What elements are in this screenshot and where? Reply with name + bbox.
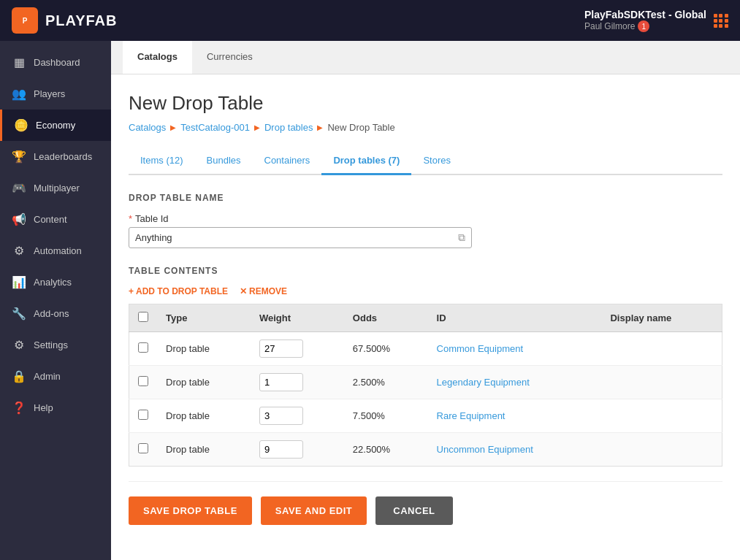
breadcrumb: Catalogs ▶ TestCatalog-001 ▶ Drop tables… [129,122,722,133]
sidebar-item-label: Settings [34,340,68,350]
row-odds: 7.500% [344,399,428,433]
grid-icon[interactable] [714,14,728,28]
weight-input[interactable] [259,373,303,391]
table-row: Drop table 2.500% Legendary Equipment [129,366,722,399]
row-type: Drop table [157,399,251,433]
sidebar-item-players[interactable]: 👥 Players [0,78,111,110]
content-area: New Drop Table Catalogs ▶ TestCatalog-00… [111,74,740,560]
sidebar-item-label: Add-ons [34,308,69,319]
breadcrumb-catalogs[interactable]: Catalogs [129,122,166,133]
row-checkbox[interactable] [138,443,148,453]
row-id[interactable]: Common Equipment [428,332,602,366]
breadcrumb-current: New Drop Table [327,122,394,133]
tab-catalogs[interactable]: Catalogs [123,41,192,74]
tab-drop-tables[interactable]: Drop tables (7) [321,147,411,175]
row-weight[interactable] [251,366,344,399]
table-row: Drop table 7.500% Rare Equipment [129,399,722,433]
sidebar-item-settings[interactable]: ⚙ Settings [0,329,111,361]
row-id[interactable]: Uncommon Equipment [428,433,602,467]
breadcrumb-testcatalog[interactable]: TestCatalog-001 [180,122,250,133]
row-odds: 22.500% [344,433,428,467]
help-icon: ❓ [12,401,26,415]
select-all-checkbox[interactable] [138,312,148,322]
sidebar-item-leaderboards[interactable]: 🏆 Leaderboards [0,141,111,172]
sidebar-item-content[interactable]: 📢 Content [0,204,111,235]
sidebar-item-economy[interactable]: 🪙 Economy [0,110,111,141]
header: P PLAYFAB PlayFabSDKTest - Global Paul G… [0,0,740,41]
save-and-edit-button[interactable]: SAVE AND EDIT [261,496,367,525]
row-id[interactable]: Rare Equipment [428,399,602,433]
sidebar-item-addons[interactable]: 🔧 Add-ons [0,298,111,329]
sidebar-item-label: Players [34,88,65,99]
id-link[interactable]: Legendary Equipment [437,377,530,388]
id-link[interactable]: Uncommon Equipment [437,444,533,455]
table-id-field-group: * Table Id ⧉ [129,213,722,248]
copy-icon[interactable]: ⧉ [458,231,465,244]
add-to-drop-table-link[interactable]: + ADD TO DROP TABLE [129,286,228,296]
sidebar-item-help[interactable]: ❓ Help [0,392,111,423]
logo-text: PLAYFAB [45,12,118,29]
drop-table-contents-table: Type Weight Odds ID Display name Drop ta… [129,304,722,467]
required-star: * [129,213,132,224]
leaderboards-icon: 🏆 [12,150,26,164]
row-checkbox[interactable] [138,342,148,353]
id-link[interactable]: Rare Equipment [437,410,506,421]
row-odds: 67.500% [344,332,428,366]
cancel-button[interactable]: CANCEL [375,496,452,525]
table-id-input[interactable] [135,228,458,248]
user-name: Paul Gilmore 1 [584,20,706,32]
row-weight[interactable] [251,332,344,366]
tab-bundles[interactable]: Bundles [195,147,253,175]
remove-link[interactable]: ✕ REMOVE [240,286,287,296]
sidebar-item-label: Content [34,214,67,225]
id-link[interactable]: Common Equipment [437,343,524,354]
dashboard-icon: ▦ [12,55,26,69]
col-header-type: Type [157,304,251,332]
row-weight[interactable] [251,433,344,467]
automation-icon: ⚙ [12,244,26,258]
addons-icon: 🔧 [12,307,26,321]
tab-items[interactable]: Items (12) [129,147,195,175]
sidebar-item-label: Dashboard [34,57,80,68]
row-display-name [601,332,722,366]
save-drop-table-button[interactable]: SAVE DROP TABLE [129,496,252,525]
sidebar-item-label: Economy [36,120,75,131]
row-checkbox[interactable] [138,376,148,386]
tab-currencies[interactable]: Currencies [192,41,267,74]
footer-buttons: SAVE DROP TABLE SAVE AND EDIT CANCEL [129,481,722,540]
row-id[interactable]: Legendary Equipment [428,366,602,399]
row-display-name [601,433,722,467]
sidebar-item-dashboard[interactable]: ▦ Dashboard [0,47,111,78]
breadcrumb-drop-tables[interactable]: Drop tables [264,122,313,133]
sidebar: ▦ Dashboard 👥 Players 🪙 Economy 🏆 Leader… [0,41,111,560]
breadcrumb-arrow-3: ▶ [317,123,323,131]
row-weight[interactable] [251,399,344,433]
weight-input[interactable] [259,440,303,459]
sidebar-item-automation[interactable]: ⚙ Automation [0,235,111,266]
row-odds: 2.500% [344,366,428,399]
row-checkbox[interactable] [138,410,148,420]
weight-input[interactable] [259,340,303,358]
row-type: Drop table [157,433,251,467]
layout: ▦ Dashboard 👥 Players 🪙 Economy 🏆 Leader… [0,41,740,560]
notification-badge[interactable]: 1 [638,20,649,32]
table-row: Drop table 67.500% Common Equipment [129,332,722,366]
economy-icon: 🪙 [14,118,28,132]
col-header-odds: Odds [344,304,428,332]
tab-stores[interactable]: Stores [411,147,462,175]
sidebar-item-label: Leaderboards [34,151,92,162]
sidebar-item-admin[interactable]: 🔒 Admin [0,361,111,392]
tab-containers[interactable]: Containers [253,147,322,175]
x-icon: ✕ [240,286,247,296]
table-actions: + ADD TO DROP TABLE ✕ REMOVE [129,286,722,296]
table-id-label: * Table Id [129,213,722,224]
weight-input[interactable] [259,407,303,425]
table-row: Drop table 22.500% Uncommon Equipment [129,433,722,467]
sidebar-item-analytics[interactable]: 📊 Analytics [0,266,111,298]
drop-table-name-section-title: DROP TABLE NAME [129,193,722,203]
sidebar-item-multiplayer[interactable]: 🎮 Multiplayer [0,172,111,204]
multiplayer-icon: 🎮 [12,181,26,195]
table-id-input-wrapper[interactable]: ⧉ [129,227,472,248]
content-icon: 📢 [12,212,26,226]
col-header-checkbox [129,304,158,332]
